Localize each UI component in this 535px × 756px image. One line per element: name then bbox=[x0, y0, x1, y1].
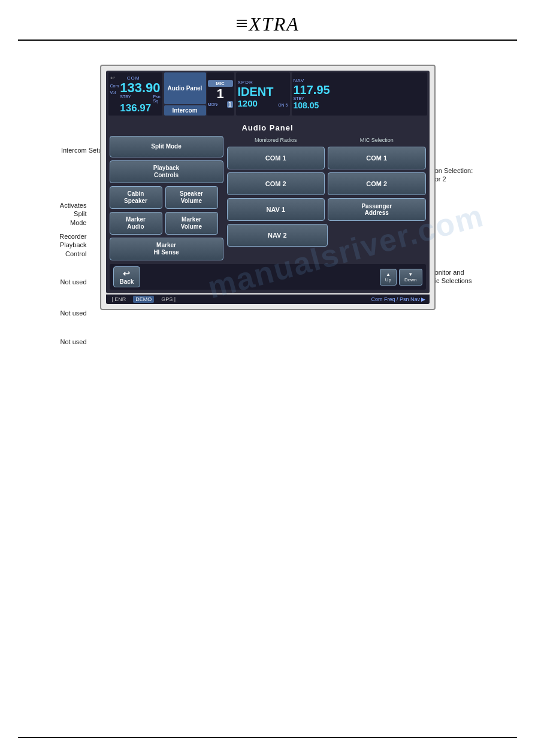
passenger-address-btn[interactable]: PassengerAddress bbox=[328, 198, 426, 221]
ann-not-used-3: Not used bbox=[22, 338, 87, 346]
mic-empty-slot bbox=[331, 224, 426, 247]
footer-rule bbox=[18, 737, 517, 738]
speaker-volume-btn[interactable]: SpeakerVolume bbox=[165, 186, 218, 209]
monitor-nav1-btn[interactable]: NAV 1 bbox=[227, 198, 325, 221]
ann-activates-split: ActivatesSplitMode bbox=[22, 201, 87, 227]
com-freq-stby: 136.97 bbox=[120, 103, 160, 113]
mic-com1-btn[interactable]: COM 1 bbox=[328, 147, 426, 169]
header-rule bbox=[18, 40, 517, 41]
status-right: Com Freq / Psn Nav ▶ bbox=[371, 296, 425, 302]
audio-panel-btn-label: Audio Panel bbox=[168, 85, 202, 92]
back-arrow: ↩ bbox=[110, 75, 115, 81]
device-frame: ↩ COM ComVol 133.90 STBY PsnSq bbox=[100, 65, 436, 310]
status-bar: | ENR DEMO GPS | Com Freq / Psn Nav ▶ bbox=[106, 294, 430, 304]
ann-not-used-2: Not used bbox=[22, 309, 87, 317]
marker-hi-sense-btn[interactable]: MarkerHI Sense bbox=[110, 238, 223, 260]
ann-not-used-1: Not used bbox=[22, 278, 87, 286]
cabin-speaker-row: CabinSpeaker SpeakerVolume bbox=[110, 186, 223, 209]
title-equals: ≡ bbox=[235, 11, 249, 35]
intercom-btn[interactable]: Intercom bbox=[164, 105, 206, 116]
monitor-com1-btn[interactable]: COM 1 bbox=[227, 147, 325, 169]
intercom-btn-label: Intercom bbox=[172, 107, 197, 114]
down-arrow-icon: ▼ bbox=[408, 272, 413, 277]
mon-num: 1 bbox=[227, 101, 233, 108]
bottom-bar: ↩ Back ▲ Up ▼ Down bbox=[110, 264, 426, 290]
nav-freq-main: 117.95 bbox=[294, 83, 425, 96]
nav-segment: NAV 117.95 STBY 108.05 bbox=[292, 72, 427, 116]
page-title: ≡XTRA bbox=[0, 11, 535, 36]
ann-monitor-mic: Monitor andMic Selections bbox=[430, 268, 507, 286]
audio-main-grid: Split Mode PlaybackControls CabinSpeaker… bbox=[110, 136, 426, 260]
xpdr-segment: XPDR IDENT 1200 ON 5 bbox=[236, 72, 290, 116]
ann-recorder-playback: RecorderPlaybackControl bbox=[22, 232, 87, 258]
up-arrow-icon: ▲ bbox=[386, 272, 391, 277]
section-headers: Monitored Radios MIC Selection bbox=[227, 136, 426, 144]
playback-controls-btn[interactable]: PlaybackControls bbox=[110, 160, 223, 183]
xpdr-label: XPDR bbox=[238, 80, 288, 85]
xpdr-on-label: ON 5 bbox=[278, 103, 288, 107]
down-btn[interactable]: ▼ Down bbox=[399, 269, 422, 286]
marker-audio-btn[interactable]: MarkerAudio bbox=[110, 212, 162, 235]
marker-volume-btn[interactable]: MarkerVolume bbox=[165, 212, 218, 235]
psn-sq-label: PsnSq bbox=[153, 95, 161, 103]
nav-stby-label: STBY bbox=[294, 96, 425, 101]
mic-segment: MIC 1 MON· 1 bbox=[207, 72, 234, 116]
device-top-bar: ↩ COM ComVol 133.90 STBY PsnSq bbox=[106, 71, 430, 117]
stby-label: STBY bbox=[120, 95, 131, 99]
xpdr-code: 1200 bbox=[238, 98, 258, 108]
back-btn[interactable]: ↩ Back bbox=[113, 266, 141, 287]
status-item-demo: DEMO bbox=[133, 296, 154, 303]
com-segment: ↩ COM ComVol 133.90 STBY PsnSq bbox=[108, 72, 162, 116]
radio-row-nav2: NAV 2 bbox=[227, 224, 426, 247]
com-vol-label: ComVol bbox=[110, 83, 119, 96]
up-down-btns: ▲ Up ▼ Down bbox=[380, 269, 422, 286]
title-xtra: XTRA bbox=[249, 13, 299, 35]
radio-row-com1: COM 1 COM 1 bbox=[227, 147, 426, 169]
nav-label: NAV bbox=[294, 78, 425, 83]
up-btn[interactable]: ▲ Up bbox=[380, 269, 397, 286]
monitor-nav2-btn[interactable]: NAV 2 bbox=[227, 224, 328, 247]
audio-panel-area: Audio Panel Split Mode PlaybackControls … bbox=[106, 117, 430, 293]
cabin-speaker-btn[interactable]: CabinSpeaker bbox=[110, 186, 162, 209]
split-mode-row: Split Mode bbox=[110, 136, 223, 157]
status-item-gps: GPS | bbox=[159, 296, 178, 303]
monitor-com2-btn[interactable]: COM 2 bbox=[227, 172, 325, 195]
audio-panel-btn[interactable]: Audio Panel bbox=[164, 72, 206, 104]
mon-label: MON· bbox=[208, 102, 219, 107]
status-item-enr: | ENR bbox=[110, 296, 129, 303]
mic-com2-btn[interactable]: COM 2 bbox=[328, 172, 426, 195]
ann-intercom-setup: Intercom Setup bbox=[22, 146, 106, 154]
right-section: Monitored Radios MIC Selection COM 1 COM… bbox=[227, 136, 426, 260]
back-label: Back bbox=[120, 278, 134, 285]
mic-selection-header: MIC Selection bbox=[328, 136, 426, 144]
radio-grid: COM 1 COM 1 COM 2 COM 2 NAV 1 PassengerA… bbox=[227, 147, 426, 247]
mic-num: 1 bbox=[208, 87, 233, 101]
ann-mon-selection: Mon Selection:1 or 2 bbox=[430, 166, 507, 184]
playback-row: PlaybackControls bbox=[110, 160, 223, 183]
xpdr-ident: IDENT bbox=[238, 85, 288, 98]
radio-row-com2: COM 2 COM 2 bbox=[227, 172, 426, 195]
com-freq-main: 133.90 bbox=[120, 81, 160, 95]
diagram-container: Audio Panel ControlsTouch to Display Mic… bbox=[22, 65, 513, 310]
up-label: Up bbox=[385, 277, 391, 283]
radio-row-nav1: NAV 1 PassengerAddress bbox=[227, 198, 426, 221]
audio-panel-title: Audio Panel bbox=[110, 121, 426, 136]
back-arrow-icon: ↩ bbox=[123, 269, 130, 278]
down-label: Down bbox=[404, 277, 416, 283]
monitored-radios-header: Monitored Radios bbox=[227, 136, 325, 144]
marker-audio-row: MarkerAudio MarkerVolume bbox=[110, 212, 223, 235]
nav-freq-stby: 108.05 bbox=[294, 101, 425, 110]
split-mode-btn[interactable]: Split Mode bbox=[110, 136, 223, 157]
marker-hi-sense-row: MarkerHI Sense bbox=[110, 238, 223, 260]
left-buttons: Split Mode PlaybackControls CabinSpeaker… bbox=[110, 136, 223, 260]
page-header: ≡XTRA bbox=[0, 0, 535, 40]
